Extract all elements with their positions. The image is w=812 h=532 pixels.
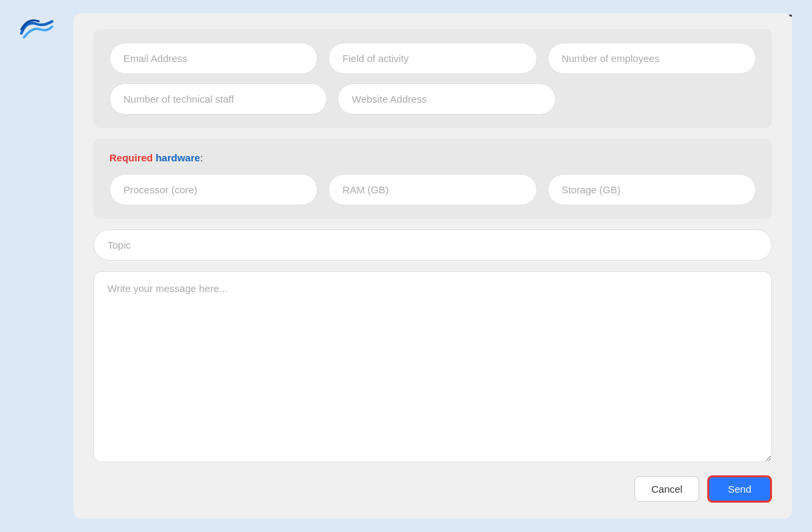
field-of-activity-input[interactable] <box>328 43 536 74</box>
cancel-button[interactable]: Cancel <box>635 476 699 502</box>
message-textarea[interactable] <box>93 271 772 462</box>
colon-text: : <box>200 152 203 163</box>
buttons-row: Cancel Send <box>93 473 772 503</box>
email-address-input[interactable] <box>109 43 318 74</box>
required-text: Required <box>109 152 153 163</box>
company-info-section <box>93 29 772 128</box>
number-of-employees-input[interactable] <box>548 43 756 74</box>
input-row-1 <box>109 43 756 74</box>
hardware-input-row <box>109 174 756 205</box>
hardware-label: Required hardware: <box>109 152 756 163</box>
main-dialog: Required hardware: Cancel Send <box>73 13 792 519</box>
hardware-text: hardware <box>153 152 200 163</box>
storage-input[interactable] <box>548 174 756 205</box>
input-row-2 <box>109 83 756 115</box>
send-button[interactable]: Send <box>707 475 772 503</box>
hardware-section: Required hardware: <box>93 139 772 219</box>
website-address-input[interactable] <box>338 83 555 115</box>
processor-input[interactable] <box>109 174 318 205</box>
number-of-technical-staff-input[interactable] <box>109 83 327 115</box>
topic-input[interactable] <box>93 229 772 261</box>
logo <box>20 15 53 39</box>
ram-input[interactable] <box>328 174 536 205</box>
